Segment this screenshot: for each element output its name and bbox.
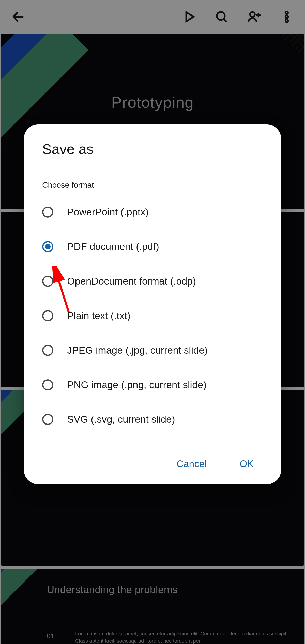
radio-checked-icon [42,241,53,252]
radio-unchecked-icon [42,379,53,390]
format-label: Plain text (.txt) [67,310,130,321]
radio-unchecked-icon [42,207,53,218]
cancel-button[interactable]: Cancel [174,457,209,472]
format-option-pdf[interactable]: PDF document (.pdf) [42,238,263,256]
radio-unchecked-icon [42,310,53,321]
radio-unchecked-icon [42,345,53,356]
dialog-title: Save as [42,141,263,157]
radio-unchecked-icon [42,276,53,287]
format-option-pptx[interactable]: PowerPoint (.pptx) [42,203,263,221]
format-label: PowerPoint (.pptx) [67,207,149,218]
dialog-actions: Cancel OK [42,457,263,472]
format-option-txt[interactable]: Plain text (.txt) [42,307,263,325]
format-option-svg[interactable]: SVG (.svg, current slide) [42,410,263,429]
radio-unchecked-icon [42,414,53,425]
ok-button[interactable]: OK [237,457,256,472]
format-label: PDF document (.pdf) [67,241,159,252]
dialog-subtitle: Choose format [42,181,263,190]
format-option-jpeg[interactable]: JPEG image (.jpg, current slide) [42,341,263,359]
format-option-png[interactable]: PNG image (.png, current slide) [42,376,263,394]
format-label: PNG image (.png, current slide) [67,379,206,390]
format-label: OpenDocument format (.odp) [67,276,196,287]
save-as-dialog: Save as Choose format PowerPoint (.pptx)… [24,124,281,484]
format-label: JPEG image (.jpg, current slide) [67,345,208,356]
format-label: SVG (.svg, current slide) [67,414,175,425]
format-option-odp[interactable]: OpenDocument format (.odp) [42,272,263,290]
